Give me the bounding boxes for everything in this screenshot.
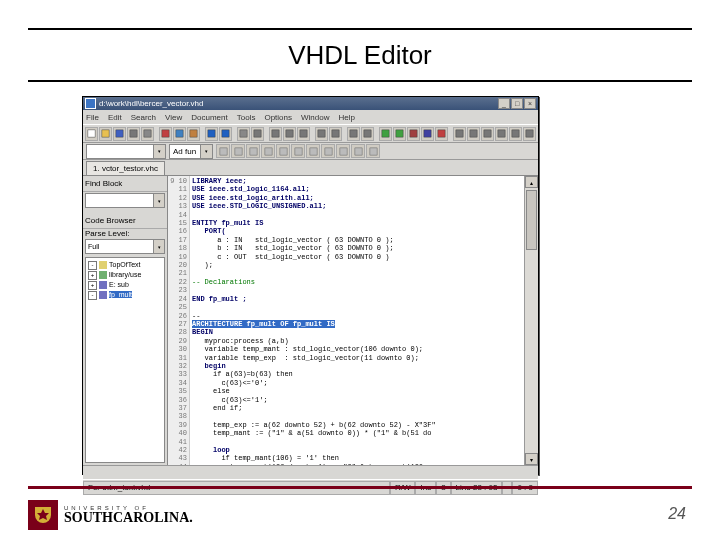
tb2-b5[interactable] [276,144,290,158]
menu-search[interactable]: Search [131,113,156,122]
scrollbar-horizontal[interactable] [83,465,538,479]
tree-button[interactable] [467,127,480,141]
svg-rect-16 [332,130,339,137]
svg-rect-20 [396,130,403,137]
menu-help[interactable]: Help [338,113,354,122]
fwd-button[interactable] [297,127,310,141]
footer-rule [28,486,692,489]
run-button[interactable] [393,127,406,141]
find-button[interactable] [237,127,250,141]
svg-rect-21 [410,130,417,137]
view-button[interactable] [495,127,508,141]
menu-bar: FileEditSearchViewDocumentToolsOptionsWi… [83,110,538,124]
cfg2-button[interactable] [523,127,536,141]
tree-item[interactable]: -TopOfText [88,260,162,270]
svg-rect-3 [130,130,137,137]
menu-file[interactable]: File [86,113,99,122]
redo-button[interactable] [219,127,232,141]
parse-level-combo[interactable]: Full▾ [85,239,165,254]
maximize-button[interactable]: □ [511,98,523,109]
university-logo: UNIVERSITY OF SOUTHCAROLINA. [28,500,193,530]
scroll-thumb[interactable] [526,190,537,250]
tree-item[interactable]: +E: sub [88,280,162,290]
menu-options[interactable]: Options [264,113,292,122]
build-button[interactable] [379,127,392,141]
svg-rect-32 [249,147,256,154]
page-number: 24 [668,505,686,523]
svg-rect-7 [190,130,197,137]
tab-file[interactable]: 1. vctor_testor.vhc [86,161,165,175]
save-all-button[interactable] [127,127,140,141]
tb2-b2[interactable] [231,144,245,158]
indent-r-button[interactable] [361,127,374,141]
code-area[interactable]: LIBRARY ieee; USE ieee.std_logic_1164.al… [190,176,524,465]
new-button[interactable] [85,127,98,141]
module-button[interactable] [481,127,494,141]
window-icon [85,98,96,109]
menu-document[interactable]: Document [191,113,227,122]
open-button[interactable] [99,127,112,141]
titlebar[interactable]: d:\work\hdl\bercer_vector.vhd _ □ × [83,97,538,110]
reload-button[interactable] [269,127,282,141]
back-button[interactable] [283,127,296,141]
minimize-button[interactable]: _ [498,98,510,109]
bookmark-button[interactable] [315,127,328,141]
svg-rect-18 [364,130,371,137]
code-tree[interactable]: -TopOfText+library/use+E: sub-fp_mult [85,257,165,463]
undo-button[interactable] [205,127,218,141]
replace-button[interactable] [251,127,264,141]
help-button[interactable] [453,127,466,141]
entity-combo[interactable]: Ad fun▾ [169,144,213,159]
copy-button[interactable] [173,127,186,141]
code-editor[interactable]: 9 10 11 12 13 14 15 16 17 18 19 20 21 22… [168,176,538,465]
svg-rect-36 [309,147,316,154]
cfg-button[interactable] [509,127,522,141]
tb2-b8[interactable] [321,144,335,158]
svg-rect-24 [456,130,463,137]
svg-rect-25 [470,130,477,137]
svg-rect-28 [512,130,519,137]
document-tabs: 1. vctor_testor.vhc [83,160,538,176]
svg-rect-40 [369,147,376,154]
compile-button[interactable] [407,127,420,141]
combo-1[interactable]: ▾ [86,144,166,159]
tree-item[interactable]: +library/use [88,270,162,280]
top-rule [28,28,692,30]
code-browser-label: Code Browser [85,216,136,225]
tb2-b4[interactable] [261,144,275,158]
toolbar-2: ▾ Ad fun▾ [83,143,538,160]
cut-button[interactable] [159,127,172,141]
marker-button[interactable] [329,127,342,141]
svg-rect-38 [339,147,346,154]
print-button[interactable] [141,127,154,141]
svg-rect-9 [222,130,229,137]
paste-button[interactable] [187,127,200,141]
scroll-up-button[interactable]: ▴ [525,176,538,188]
tree-item[interactable]: -fp_mult [88,290,162,300]
close-button[interactable]: × [524,98,536,109]
svg-rect-31 [234,147,241,154]
tb2-b1[interactable] [216,144,230,158]
tb2-b11[interactable] [366,144,380,158]
stop-button[interactable] [435,127,448,141]
scrollbar-vertical[interactable]: ▴ ▾ [524,176,538,465]
sim-button[interactable] [421,127,434,141]
svg-rect-11 [254,130,261,137]
menu-view[interactable]: View [165,113,182,122]
scroll-down-button[interactable]: ▾ [525,453,538,465]
subtitle-rule [28,80,692,82]
menu-window[interactable]: Window [301,113,329,122]
find-field[interactable]: ▾ [85,193,165,208]
tb2-b10[interactable] [351,144,365,158]
svg-rect-8 [208,130,215,137]
menu-tools[interactable]: Tools [237,113,256,122]
tb2-b7[interactable] [306,144,320,158]
indent-l-button[interactable] [347,127,360,141]
menu-edit[interactable]: Edit [108,113,122,122]
window-title: d:\work\hdl\bercer_vector.vhd [99,99,498,108]
svg-rect-37 [324,147,331,154]
tb2-b3[interactable] [246,144,260,158]
tb2-b9[interactable] [336,144,350,158]
tb2-b6[interactable] [291,144,305,158]
save-button[interactable] [113,127,126,141]
